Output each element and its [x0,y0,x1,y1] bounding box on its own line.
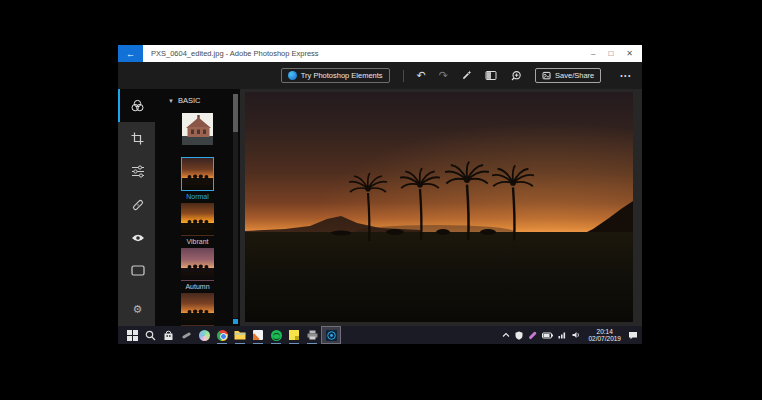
gear-icon: ⚙ [133,303,143,316]
document-app-button[interactable] [249,326,267,344]
window-title: PXS_0604_edited.jpg - Adobe Photoshop Ex… [151,49,591,58]
file-explorer-button[interactable] [231,326,249,344]
photoshop-express-taskbar-button[interactable] [321,326,341,344]
sidebar-item-borders[interactable] [118,254,155,287]
back-button[interactable]: ← [118,45,143,62]
main-content: ⚙ ▼ BASIC [118,89,642,326]
red-eye-icon [131,233,145,243]
filter-item-vibrant[interactable]: Vibrant [181,202,214,247]
filter-item-next[interactable] [181,292,214,326]
filters-category-header[interactable]: ▼ BASIC [155,96,240,105]
chevron-down-icon: ▼ [168,98,174,104]
share-icon [542,71,551,80]
crop-icon [131,132,144,145]
document-app-icon [253,330,263,340]
zoom-icon[interactable] [510,70,522,82]
maximize-button[interactable]: □ [608,45,613,62]
borders-frame-icon [131,265,145,276]
more-options-icon[interactable]: ••• [620,62,632,89]
sidebar-item-settings[interactable]: ⚙ [118,293,155,326]
battery-icon[interactable] [542,332,553,339]
filter-thumbnail-normal [181,157,214,191]
pen-icon[interactable] [528,334,537,337]
adjustments-sliders-icon [131,165,145,178]
save-share-label: Save/Share [555,71,594,80]
sticky-notes-button[interactable] [285,326,303,344]
clock-time: 20:14 [588,328,621,335]
store-bag-icon [163,330,174,341]
redo-icon[interactable]: ↷ [439,70,448,81]
snip-tool-button[interactable] [177,326,195,344]
taskbar-search-button[interactable] [141,326,159,344]
hidden-icons-chevron-icon[interactable] [502,332,510,338]
looks-filters-icon [130,99,145,113]
filter-thumbnail-vibrant [181,202,214,236]
filters-scrollbar[interactable] [233,94,238,318]
window-controls: – □ ✕ [591,45,633,62]
filter-label: Vibrant [186,236,208,247]
start-button[interactable] [123,326,141,344]
snip-pen-icon [181,331,190,338]
chrome-button[interactable] [213,326,231,344]
undo-icon[interactable]: ↶ [417,70,426,81]
sidebar-item-heal[interactable] [118,188,155,221]
filters-panel: ▼ BASIC [155,89,240,326]
close-button[interactable]: ✕ [626,45,633,62]
back-arrow-icon: ← [126,49,135,59]
before-after-compare-icon[interactable] [485,70,497,81]
filter-item-normal[interactable]: Normal [181,157,214,202]
pinwheel-app-icon [199,330,210,341]
filter-list: Normal V [155,112,240,326]
try-photoshop-elements-button[interactable]: Try Photoshop Elements [281,68,390,83]
edited-photo[interactable] [245,92,633,322]
auto-enhance-wand-icon[interactable] [461,70,472,81]
try-elements-label: Try Photoshop Elements [301,71,383,80]
system-tray: 20:14 02/07/2019 [502,328,642,342]
network-icon[interactable] [558,331,567,339]
sidebar-item-red-eye[interactable] [118,221,155,254]
pinwheel-browser-button[interactable] [195,326,213,344]
sidebar-item-looks[interactable] [118,89,155,122]
category-label: BASIC [178,96,201,105]
save-share-button[interactable]: Save/Share [535,68,601,83]
toolbar-center: Try Photoshop Elements ↶ ↷ [240,62,642,89]
microsoft-store-button[interactable] [159,326,177,344]
defender-shield-icon[interactable] [515,331,523,340]
photoshop-elements-logo-icon [288,71,297,80]
spotify-button[interactable] [267,326,285,344]
search-icon [145,330,156,341]
clock-date: 02/07/2019 [588,335,621,342]
photo-canvas [240,89,642,326]
folder-icon [234,330,246,340]
titlebar: ← PXS_0604_edited.jpg - Adobe Photoshop … [118,45,642,62]
printer-app-button[interactable] [303,326,321,344]
scrollbar-thumb[interactable] [233,94,238,132]
printer-icon [307,330,318,340]
panel-corner-accent [233,319,238,324]
filter-thumbnail-next [181,292,214,326]
app-toolbar: Try Photoshop Elements ↶ ↷ [118,62,642,89]
photo-silhouettes [245,92,633,322]
windows-taskbar: 20:14 02/07/2019 [118,326,642,344]
filter-item-original[interactable] [181,112,214,157]
toolbar-divider [403,70,404,82]
sticky-notes-icon [289,330,299,340]
sidebar-item-crop[interactable] [118,122,155,155]
filter-thumbnail-autumn [181,247,214,281]
taskbar-clock[interactable]: 20:14 02/07/2019 [586,328,623,342]
filter-item-autumn[interactable]: Autumn [181,247,214,292]
sidebar-item-adjustments[interactable] [118,155,155,188]
filter-label: Normal [186,191,209,202]
chrome-icon [217,330,228,341]
spotify-icon [271,330,282,341]
filter-label: Autumn [185,281,209,292]
volume-icon[interactable] [572,331,581,339]
minimize-button[interactable]: – [591,45,595,62]
filter-thumbnail-house [181,112,214,146]
desktop-screen: ← PXS_0604_edited.jpg - Adobe Photoshop … [118,45,642,344]
windows-logo-icon [127,330,138,341]
healing-bandaid-icon [131,198,145,212]
tool-rail: ⚙ [118,89,155,326]
photoshop-express-icon [326,330,337,341]
action-center-icon[interactable] [628,331,638,340]
